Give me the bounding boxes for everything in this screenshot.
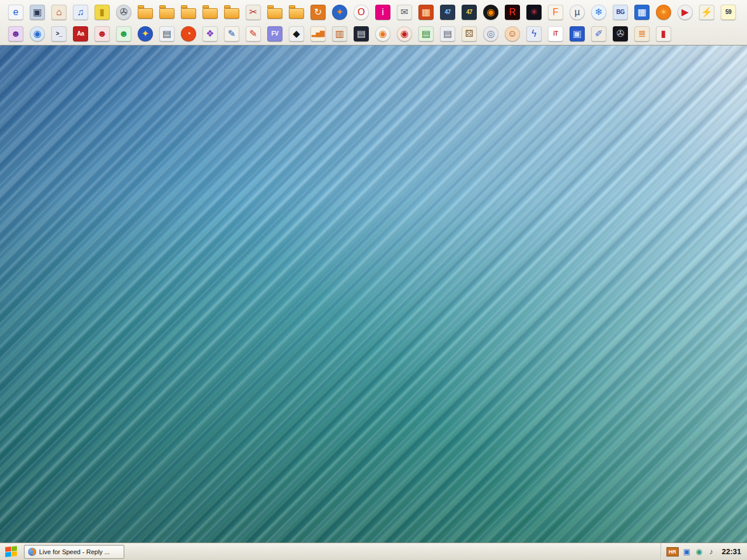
double-lightning-icon[interactable]: ⚡	[697, 2, 717, 22]
vinyl-disc-icon[interactable]: ◉	[481, 2, 501, 22]
grid-faces-icon-glyph: ▦	[421, 8, 430, 17]
lightning-47-alt-icon-art: 47	[462, 5, 477, 20]
face-icon[interactable]: ☺	[502, 24, 522, 44]
orange-ball-icon[interactable]: ☀	[654, 2, 673, 22]
folder-icon[interactable]	[222, 2, 242, 22]
lightning-47-icon-art: 47	[440, 5, 455, 20]
thermometer-icon[interactable]: ▮	[654, 24, 673, 44]
bar-chart-icon[interactable]: ▂▅▇	[308, 24, 328, 44]
package-recycle-icon[interactable]: ↻	[308, 2, 328, 22]
lightning-47-icon-glyph: 47	[445, 9, 451, 15]
terminal-icon[interactable]: >_	[49, 24, 69, 44]
lightning-47-alt-icon[interactable]: 47	[459, 2, 479, 22]
flame-f-icon[interactable]: F	[546, 2, 566, 22]
quicklaunch-row-2: ☻◉>_Aa☻☻✦▤◔❖✎✎FV◆▂▅▇▥▤◉◉▤▤⚄◎☺ϟiT▣✐✇≣▮	[6, 23, 747, 44]
film-reel-icon[interactable]: ✇	[114, 2, 134, 22]
snowflake-icon[interactable]: ❄	[589, 2, 609, 22]
filmstrip-icon[interactable]: ▤	[351, 24, 371, 44]
yellow-can-icon-glyph: ▮	[100, 8, 105, 17]
floppy-save-icon[interactable]: ▣	[567, 24, 587, 44]
pink-i-icon-art: i	[375, 5, 390, 20]
taskbar-clock[interactable]: 22:31	[722, 547, 743, 556]
folder-icon-art	[159, 8, 174, 19]
blender-icon[interactable]: ◉	[373, 24, 393, 44]
bg-app-icon-art: BG	[613, 5, 628, 20]
green-window-icon[interactable]: ▤	[416, 24, 436, 44]
taskbar-window-button[interactable]: Live for Speed - Reply ...	[24, 545, 124, 559]
folder-icon[interactable]	[200, 2, 220, 22]
green-user-icon[interactable]: ☻	[114, 24, 134, 44]
cut-tools-icon[interactable]: ✂	[243, 2, 263, 22]
volume-59-icon[interactable]: 59	[718, 2, 738, 22]
bg-app-icon-glyph: BG	[616, 9, 624, 15]
red-r-icon[interactable]: R	[502, 2, 522, 22]
purple-user-icon-glyph: ☻	[11, 29, 21, 38]
red-user-icon[interactable]: ☻	[92, 24, 112, 44]
green-user-icon-art: ☻	[116, 26, 131, 41]
start-button[interactable]	[1, 544, 21, 559]
red-quill-icon[interactable]: ✎	[243, 24, 263, 44]
s-lightning-icon[interactable]: ϟ	[524, 24, 544, 44]
dark-burst-icon[interactable]: ✳	[524, 2, 544, 22]
blue-grid-icon[interactable]: ▦	[632, 2, 652, 22]
orange-orb-icon[interactable]: ◔	[179, 24, 198, 44]
compass-icon-art: ✦	[138, 26, 153, 41]
home-icon-art: ⌂	[51, 5, 67, 20]
gray-window-icon[interactable]: ▤	[438, 24, 458, 44]
grid-faces-icon[interactable]: ▦	[416, 2, 436, 22]
music-note-icon[interactable]: ♫	[71, 2, 90, 22]
film-reel-icon-art: ✇	[116, 5, 131, 20]
internet-explorer-icon-art: e	[8, 5, 23, 20]
opera-icon[interactable]: O	[351, 2, 371, 22]
mail-icon[interactable]: ✉	[395, 2, 414, 22]
dvd-icon[interactable]: ◎	[481, 24, 501, 44]
folder-icon[interactable]	[287, 2, 306, 22]
network-monitors-icon[interactable]: ▣	[682, 547, 692, 557]
inkscape-icon[interactable]: ◆	[287, 24, 306, 44]
utorrent-icon[interactable]: µ	[567, 2, 587, 22]
columns-window-icon[interactable]: ▥	[330, 24, 350, 44]
network-monitors-icon-glyph: ▣	[683, 547, 690, 556]
voice-globe-icon-glyph: ◉	[33, 29, 41, 38]
voice-globe-icon[interactable]: ◉	[27, 24, 47, 44]
tray-icons: ▣◉♪	[682, 547, 717, 557]
it-doc-icon[interactable]: iT	[546, 24, 566, 44]
language-indicator[interactable]: HR	[666, 547, 679, 556]
folder-icon[interactable]	[157, 2, 177, 22]
fv-app-icon[interactable]: FV	[265, 24, 285, 44]
media-player-icon[interactable]: ▶	[675, 2, 695, 22]
lightning-47-icon[interactable]: 47	[438, 2, 458, 22]
blue-quill-icon[interactable]: ✎	[222, 24, 242, 44]
compass-icon[interactable]: ✦	[135, 24, 155, 44]
bg-app-icon[interactable]: BG	[610, 2, 630, 22]
dice-icon-glyph: ⚄	[465, 29, 473, 38]
floppy-save-icon-glyph: ▣	[573, 29, 581, 38]
thermometer-icon-glyph: ▮	[661, 29, 666, 38]
pen-utility-icon-art: ✐	[591, 26, 606, 41]
pink-i-icon[interactable]: i	[373, 2, 393, 22]
pen-utility-icon[interactable]: ✐	[589, 24, 609, 44]
firefox-icon[interactable]: ✦	[330, 2, 350, 22]
folder-icon[interactable]	[265, 2, 285, 22]
home-icon[interactable]: ⌂	[49, 2, 69, 22]
home-icon-glyph: ⌂	[56, 8, 62, 17]
orange-stack-icon[interactable]: ≣	[632, 24, 652, 44]
black-fan-icon[interactable]: ✇	[610, 24, 630, 44]
dice-icon[interactable]: ⚄	[459, 24, 479, 44]
red-eye-icon[interactable]: ◉	[395, 24, 414, 44]
wallpaper[interactable]	[0, 46, 747, 542]
color-cubes-icon[interactable]: ❖	[200, 24, 220, 44]
round-app-icon[interactable]: ◉	[694, 547, 704, 557]
internet-explorer-icon[interactable]: e	[6, 2, 26, 22]
notes-window-icon-art: ▤	[159, 26, 174, 41]
red-book-icon[interactable]: Aa	[71, 24, 90, 44]
thermometer-icon-art: ▮	[656, 26, 671, 41]
purple-user-icon[interactable]: ☻	[6, 24, 26, 44]
yellow-can-icon[interactable]: ▮	[92, 2, 112, 22]
folder-icon[interactable]	[135, 2, 155, 22]
folder-icon[interactable]	[179, 2, 198, 22]
notes-window-icon[interactable]: ▤	[157, 24, 177, 44]
volume-icon[interactable]: ♪	[706, 547, 717, 557]
black-fan-icon-art: ✇	[613, 26, 628, 41]
display-icon[interactable]: ▣	[27, 2, 47, 22]
